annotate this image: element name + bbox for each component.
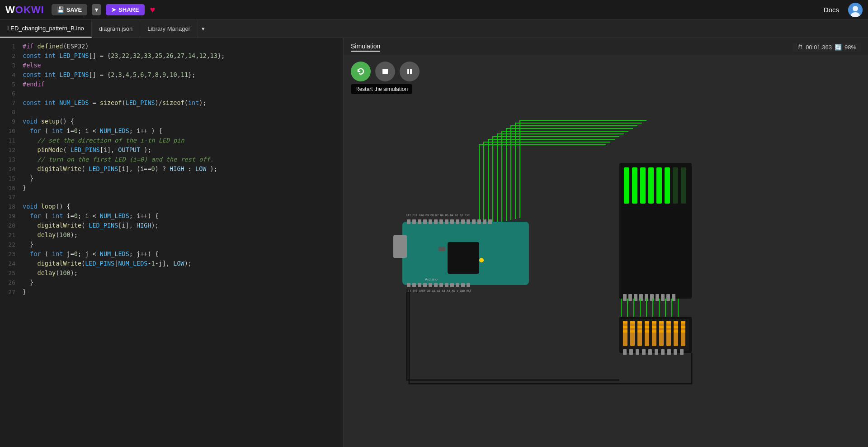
svg-rect-108: [674, 349, 677, 355]
svg-rect-18: [439, 219, 443, 224]
table-row: 18 void loop() {: [0, 202, 343, 211]
svg-rect-19: [445, 219, 448, 224]
svg-rect-13: [412, 219, 416, 224]
svg-rect-26: [483, 219, 486, 224]
save-button[interactable]: 💾 SAVE: [52, 4, 87, 15]
tab-ino[interactable]: LED_changing_pattern_B.ino: [0, 20, 92, 38]
simulation-title: Simulation: [351, 43, 380, 52]
svg-rect-96: [681, 321, 685, 346]
table-row: 27 }: [0, 287, 343, 297]
stop-simulation-button[interactable]: [375, 62, 395, 81]
svg-rect-11: [439, 247, 445, 251]
svg-rect-45: [632, 167, 637, 204]
svg-text:D12 D11 D10 D9 D8 D7 D6 D5 D4 : D12 D11 D10 D9 D8 D7 D6 D5 D4 D3 D2 RST: [406, 214, 470, 217]
share-button[interactable]: ➤ SHARE: [106, 4, 145, 15]
favorite-button[interactable]: ♥: [150, 5, 156, 15]
svg-rect-81: [652, 321, 656, 323]
svg-rect-82: [652, 326, 656, 328]
docs-link[interactable]: Docs: [824, 6, 839, 14]
svg-rect-24: [472, 219, 476, 224]
code-editor: 1 #if defined(ESP32) 2 const int LED_PIN…: [0, 38, 344, 447]
table-row: 5 #endif: [0, 80, 343, 89]
svg-rect-51: [681, 167, 686, 204]
svg-rect-58: [656, 294, 659, 301]
svg-rect-53: [628, 294, 632, 301]
svg-rect-79: [645, 330, 649, 333]
simulation-header: Simulation: [344, 38, 868, 56]
svg-rect-35: [445, 283, 448, 287]
svg-rect-31: [423, 283, 427, 287]
svg-rect-65: [623, 321, 627, 323]
svg-rect-106: [661, 349, 665, 355]
svg-rect-104: [648, 349, 652, 355]
code-area[interactable]: 1 #if defined(ESP32) 2 const int LED_PIN…: [0, 38, 343, 447]
svg-rect-14: [418, 219, 421, 224]
tab-library-manager[interactable]: Library Manager: [140, 20, 198, 38]
table-row: 22 }: [0, 240, 343, 249]
svg-rect-109: [680, 349, 684, 355]
restart-tooltip: Restart the simulation: [351, 84, 412, 94]
table-row: 14 digitalWrite( LED_PINS[i], (i==0) ? H…: [0, 164, 343, 174]
save-dropdown-button[interactable]: ▾: [92, 4, 101, 15]
svg-text:Arduino: Arduino: [425, 277, 438, 281]
svg-rect-32: [429, 283, 432, 287]
svg-rect-99: [681, 330, 685, 333]
share-icon: ➤: [111, 6, 116, 13]
svg-rect-61: [672, 294, 675, 301]
svg-rect-52: [623, 294, 627, 301]
table-row: 9 void setup() {: [0, 117, 343, 126]
svg-rect-105: [655, 349, 658, 355]
svg-rect-70: [630, 326, 635, 328]
user-avatar[interactable]: [848, 3, 863, 17]
table-row: 25 delay(100);: [0, 268, 343, 278]
cpu-icon: 🔄: [835, 44, 842, 51]
svg-rect-77: [645, 321, 649, 323]
svg-rect-86: [659, 326, 664, 328]
table-row: 13 // turn on the first LED (i=0) and th…: [0, 155, 343, 164]
svg-rect-101: [629, 349, 633, 355]
table-row: 2 const int LED_PINS[] = {23,22,32,33,25…: [0, 51, 343, 61]
svg-rect-38: [461, 283, 465, 287]
tab-dropdown-button[interactable]: ▾: [198, 25, 208, 32]
svg-rect-102: [636, 349, 639, 355]
svg-rect-76: [645, 321, 649, 346]
timer-value: 00:01.363: [806, 44, 832, 51]
svg-rect-33: [434, 283, 438, 287]
simulation-controls: Restart the simulation: [344, 56, 868, 87]
svg-rect-88: [666, 321, 671, 346]
pause-simulation-button[interactable]: [400, 62, 420, 81]
svg-rect-97: [681, 321, 685, 323]
table-row: 15 }: [0, 174, 343, 183]
table-row: 12 pinMode( LED_PINS[i], OUTPUT );: [0, 145, 343, 155]
svg-rect-34: [439, 283, 443, 287]
svg-rect-23: [467, 219, 470, 224]
svg-rect-25: [477, 219, 481, 224]
svg-rect-91: [666, 330, 671, 333]
table-row: 20 digitalWrite( LED_PINS[i], HIGH);: [0, 221, 343, 230]
svg-rect-72: [637, 321, 642, 346]
svg-rect-107: [667, 349, 671, 355]
restart-simulation-button[interactable]: [351, 62, 371, 81]
svg-rect-50: [673, 167, 678, 204]
svg-point-1: [853, 6, 858, 11]
svg-rect-90: [666, 326, 671, 328]
table-row: 7 const int NUM_LEDS = sizeof(LED_PINS)/…: [0, 98, 343, 108]
tab-json[interactable]: diagram.json: [92, 20, 140, 38]
table-row: 3 #else: [0, 61, 343, 70]
simulation-timer-display: ⏱ 00:01.363 🔄 98%: [793, 43, 861, 52]
table-row: 8: [0, 108, 343, 117]
circuit-area[interactable]: D12 D11 D10 D9 D8 D7 D6 D5 D4 D3 D2 RST …: [344, 87, 868, 447]
table-row: 6: [0, 89, 343, 98]
svg-rect-100: [623, 349, 627, 355]
svg-rect-69: [630, 321, 635, 323]
svg-rect-94: [674, 326, 678, 328]
svg-rect-60: [666, 294, 670, 301]
svg-rect-29: [412, 283, 416, 287]
svg-rect-47: [648, 167, 654, 204]
svg-rect-59: [661, 294, 665, 301]
svg-rect-85: [659, 321, 664, 323]
svg-rect-71: [630, 330, 635, 333]
svg-rect-49: [665, 167, 670, 204]
table-row: 17: [0, 193, 343, 202]
svg-rect-17: [434, 219, 438, 224]
